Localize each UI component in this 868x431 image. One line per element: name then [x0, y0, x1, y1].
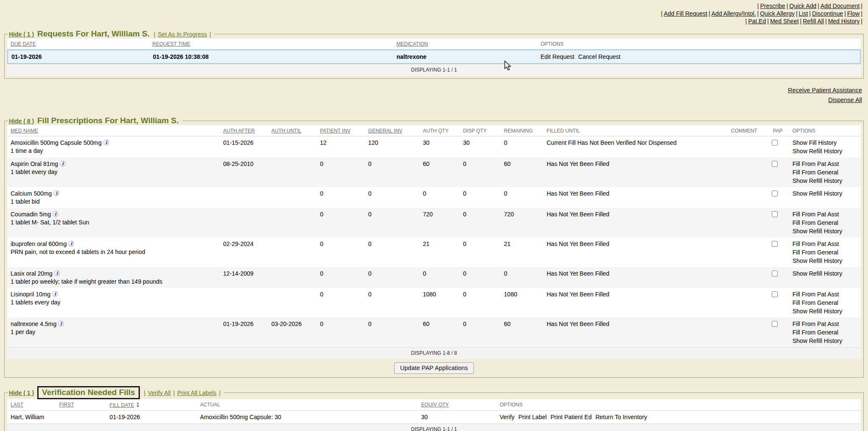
col-auth-after[interactable]: AUTH AFTER: [220, 125, 268, 136]
option-link[interactable]: Fill From General: [793, 218, 858, 227]
option-link[interactable]: Show Refill History: [793, 177, 858, 185]
col-med-name[interactable]: MED NAME: [7, 125, 220, 136]
col-equiv-qty[interactable]: EQUIV QTY: [418, 399, 496, 410]
option-link[interactable]: Show Refill History: [793, 189, 858, 198]
print-label-link[interactable]: Print Label: [518, 414, 547, 420]
sort-descending-icon: ↧: [136, 402, 140, 408]
option-link[interactable]: Fill From Pat Asst: [793, 320, 858, 328]
option-link[interactable]: Show Refill History: [793, 147, 858, 155]
fill-table-body: Amoxicillin 500mg Capsule 500mgi 1 time …: [7, 136, 861, 347]
dispense-all-link[interactable]: Dispense All: [0, 95, 862, 105]
pap-checkbox[interactable]: [772, 140, 778, 146]
pap-checkbox[interactable]: [772, 191, 778, 196]
nav-link[interactable]: Discontinue: [812, 10, 843, 17]
pap-cell: [769, 318, 789, 331]
nav-link[interactable]: Flow: [847, 10, 860, 17]
receive-patient-assistance-link[interactable]: Receive Patient Assistance: [0, 86, 862, 95]
comment: [728, 267, 770, 271]
option-link[interactable]: Show Refill History: [793, 257, 858, 265]
option-link[interactable]: Fill From Pat Asst: [793, 210, 858, 218]
comment: [728, 318, 770, 322]
nav-link[interactable]: Med Sheet: [770, 18, 799, 25]
update-pap-applications-button[interactable]: Update PAP Applications: [394, 362, 474, 374]
pap-checkbox[interactable]: [772, 241, 778, 247]
col-medication[interactable]: MEDICATION: [393, 39, 537, 49]
pap-checkbox[interactable]: [772, 271, 778, 276]
nav-link[interactable]: Quick Add: [789, 3, 816, 9]
info-icon[interactable]: i: [52, 291, 58, 297]
print-patient-ed-link[interactable]: Print Patient Ed: [551, 414, 592, 420]
auth-after: 08-25-2010: [220, 157, 268, 170]
nav-link[interactable]: Pat.Ed: [748, 18, 766, 25]
nav-link[interactable]: Refill All: [803, 18, 824, 25]
requests-hide-link[interactable]: Hide ( 1 ): [9, 31, 34, 38]
option-link[interactable]: Show Refill History: [793, 337, 858, 345]
option-link[interactable]: Fill From Pat Asst: [793, 240, 858, 248]
col-fill-date[interactable]: FILL DATE↧: [106, 399, 197, 410]
print-all-labels-link[interactable]: Print All Labels: [177, 390, 217, 396]
info-icon[interactable]: i: [53, 211, 58, 217]
col-patient-inv[interactable]: PATIENT INV: [317, 125, 365, 136]
option-link[interactable]: Fill From General: [793, 328, 858, 337]
med-name: Amoxicillin 500mg Capsule 500mg: [11, 139, 102, 146]
info-icon[interactable]: i: [53, 190, 59, 196]
pap-checkbox[interactable]: [772, 321, 778, 327]
verify-all-link[interactable]: Verify All: [148, 390, 171, 396]
med-name-cell: ibuprofen oral 600mgi PRN pain, not to e…: [7, 238, 220, 258]
nav-link[interactable]: Add Document: [821, 3, 860, 9]
request-due-date: 01-19-2026: [8, 50, 150, 63]
info-icon[interactable]: i: [103, 139, 109, 145]
option-link[interactable]: Fill From General: [793, 298, 858, 307]
option-link[interactable]: Fill From Pat Asst: [793, 290, 858, 298]
pap-cell: [769, 267, 789, 281]
pap-checkbox[interactable]: [772, 211, 778, 217]
nav-link[interactable]: Prescribe: [760, 3, 785, 9]
cancel-request-link[interactable]: Cancel Request: [578, 53, 620, 60]
med-name-cell: Lasix oral 20mgi 1 tablet po weekly; tak…: [7, 267, 220, 288]
edit-request-link[interactable]: Edit Request: [540, 53, 574, 60]
option-link[interactable]: Fill From General: [793, 248, 858, 257]
filled-until: Has Not Yet Been Filled: [543, 157, 728, 170]
request-options: Edit Request Cancel Request: [537, 50, 860, 63]
set-as-in-progress-link[interactable]: Set As In Progress: [158, 31, 207, 38]
remaining: 0: [501, 136, 543, 149]
med-name-cell: Lisinopril 10mgi 1 tablets every day: [7, 288, 220, 309]
col-fill-date-label[interactable]: FILL DATE: [110, 402, 134, 408]
col-general-inv[interactable]: GENERAL INV: [365, 125, 420, 136]
nav-link[interactable]: Add Fill Request: [664, 10, 707, 17]
nav-link[interactable]: Med History: [828, 18, 860, 25]
col-auth-until[interactable]: AUTH UNTIL: [268, 125, 317, 136]
option-link[interactable]: Show Refill History: [793, 307, 858, 315]
separator: |: [861, 3, 862, 9]
verification-table-header: LAST FIRST FILL DATE↧ ACTUAL EQUIV QTY O…: [7, 399, 861, 411]
return-to-inventory-link[interactable]: Return To Inventory: [595, 414, 647, 420]
verification-hide-link[interactable]: Hide ( 1 ): [9, 390, 34, 396]
separator: |: [746, 18, 747, 25]
info-icon[interactable]: i: [68, 240, 74, 246]
nav-link[interactable]: List: [799, 10, 808, 17]
fill-section-legend: Hide ( 8 ) Fill Prescriptions For Hart, …: [8, 116, 183, 125]
verify-link[interactable]: Verify: [500, 414, 515, 420]
option-link[interactable]: Show Refill History: [793, 227, 858, 235]
remaining: 0: [501, 267, 543, 280]
fill-row: Lasix oral 20mgi 1 tablet po weekly; tak…: [7, 267, 861, 288]
col-request-time[interactable]: REQUEST TIME: [149, 39, 393, 49]
nav-link[interactable]: Add Allergy/Intol.: [712, 10, 756, 17]
option-link[interactable]: Fill From Pat Asst: [793, 160, 858, 168]
general-inv: 0: [365, 267, 420, 280]
option-link[interactable]: Show Fill History: [793, 138, 858, 147]
col-first[interactable]: FIRST: [56, 399, 106, 410]
info-icon[interactable]: i: [60, 160, 66, 166]
option-link[interactable]: Show Refill History: [793, 269, 858, 278]
option-link[interactable]: Fill From General: [793, 168, 858, 177]
pap-checkbox[interactable]: [772, 161, 778, 167]
info-icon[interactable]: i: [54, 270, 60, 276]
info-icon[interactable]: i: [58, 320, 64, 326]
request-row[interactable]: 01-19-2026 01-19-2026 10:38:08 naltrexon…: [7, 50, 861, 64]
col-last[interactable]: LAST: [7, 399, 56, 410]
fill-hide-link[interactable]: Hide ( 8 ): [9, 118, 34, 124]
nav-link[interactable]: Quick Allergy: [760, 10, 795, 17]
col-due-date[interactable]: DUE DATE: [7, 39, 149, 49]
filled-until: Has Not Yet Been Filled: [543, 238, 728, 250]
pap-checkbox[interactable]: [772, 291, 778, 297]
